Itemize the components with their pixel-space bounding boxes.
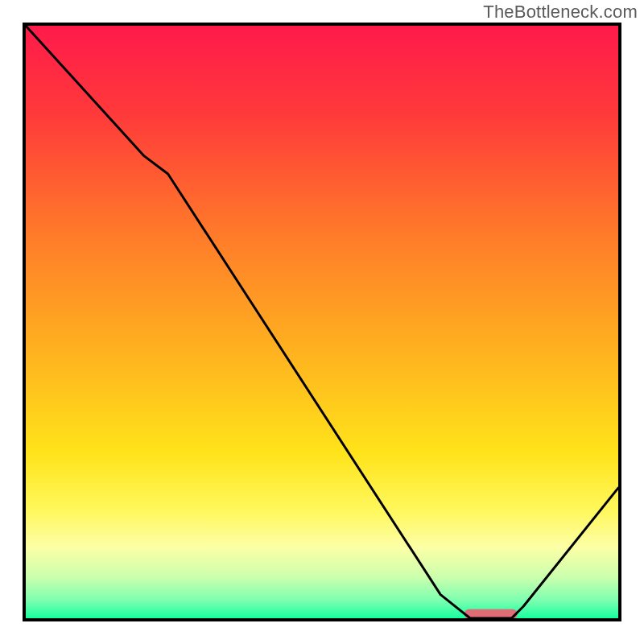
gradient-background xyxy=(26,26,618,618)
chart-svg xyxy=(26,26,618,618)
watermark-text: TheBottleneck.com xyxy=(483,2,638,23)
chart-container: TheBottleneck.com xyxy=(0,0,644,644)
plot-area xyxy=(23,23,621,621)
marker-segment xyxy=(464,609,518,618)
svg-rect-0 xyxy=(464,609,518,618)
